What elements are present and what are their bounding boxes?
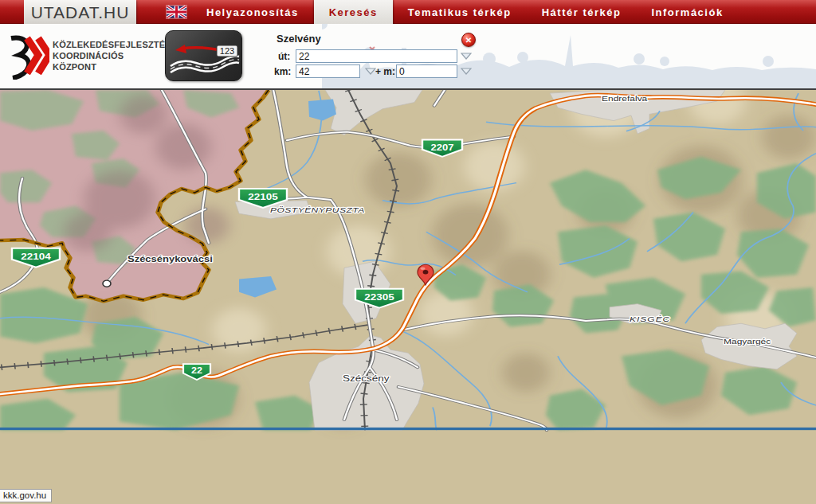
svg-text:2207: 2207 <box>431 143 454 153</box>
ut-input[interactable] <box>296 49 457 63</box>
brand-title: UTADAT.HU <box>31 3 130 22</box>
svg-text:22305: 22305 <box>364 292 394 303</box>
utadat-app: UTADAT.HU Helyazonosítás Keresés Tematik… <box>0 0 816 504</box>
close-icon[interactable]: ✕ <box>461 33 476 47</box>
km-input[interactable] <box>296 64 360 78</box>
tab-hatter-terkep[interactable]: Háttér térkép <box>527 0 637 24</box>
top-nav-bar: UTADAT.HU Helyazonosítás Keresés Tematik… <box>0 0 816 24</box>
search-panel-title: Szelvény <box>277 33 321 45</box>
bottom-edge-line <box>0 428 816 430</box>
svg-text:22: 22 <box>191 366 202 375</box>
tab-informaciok[interactable]: Információk <box>636 0 738 24</box>
uk-flag-icon[interactable] <box>167 6 186 18</box>
sign-badge-label: 123 <box>220 46 234 56</box>
map-label-kisgec: KISGÉC <box>630 315 670 323</box>
tab-helyazonositas[interactable]: Helyazonosítás <box>191 0 314 24</box>
brand-home-link[interactable]: UTADAT.HU <box>24 0 136 25</box>
kkk-logo[interactable]: KÖZLEKEDÉSFEJLESZTÉSI KOORDINÁCIÓS KÖZPO… <box>6 32 158 81</box>
tab-kereses[interactable]: Keresés <box>314 0 393 24</box>
km-field-label: km: <box>274 66 291 77</box>
map-label-szecsenykovacsi: Szécsénykovácsi <box>128 254 213 264</box>
m-field-label: + m: <box>375 66 395 77</box>
map-label-postyenypuszta: PÖSTYÉNYPUSZTA <box>270 205 365 214</box>
map-label-magyargec: Magyargéc <box>724 337 771 346</box>
svg-text:22105: 22105 <box>248 192 278 202</box>
m-dropdown-icon[interactable] <box>461 68 472 75</box>
kkk-logo-icon <box>8 33 49 80</box>
svg-text:22104: 22104 <box>21 252 51 262</box>
village-marker <box>103 280 111 287</box>
ut-dropdown-icon[interactable] <box>461 53 472 60</box>
map-label-endrefalva: Endrefalva <box>602 94 648 103</box>
kkk-logo-text: KÖZLEKEDÉSFEJLESZTÉSI KOORDINÁCIÓS KÖZPO… <box>53 39 174 72</box>
m-input[interactable] <box>396 64 457 78</box>
attribution-link[interactable]: kkk.gov.hu <box>0 489 52 502</box>
ut-field-label: út: <box>278 51 290 62</box>
km-dropdown-icon[interactable] <box>365 68 376 75</box>
road-section-pictogram: 123 <box>165 30 242 81</box>
header-strip: KÖZLEKEDÉSFEJLESZTÉSI KOORDINÁCIÓS KÖZPO… <box>0 24 816 90</box>
map-label-szecseny: Szécsény <box>343 373 390 384</box>
map-viewport[interactable]: Endrefalva PÖSTYÉNYPUSZTA Szécsénykovács… <box>0 90 816 504</box>
tab-tematikus-terkep[interactable]: Tematikus térkép <box>393 0 527 24</box>
map-canvas[interactable]: Endrefalva PÖSTYÉNYPUSZTA Szécsénykovács… <box>0 90 816 504</box>
nav-tabs: Helyazonosítás Keresés Tematikus térkép … <box>191 0 739 24</box>
